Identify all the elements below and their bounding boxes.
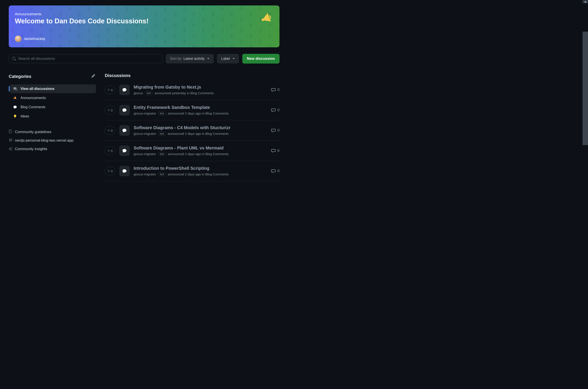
label-dropdown[interactable]: Label xyxy=(217,54,239,63)
category-item-ideas[interactable]: Ideas xyxy=(10,112,96,121)
bot-badge: bot xyxy=(158,111,166,115)
discussions-column: Discussions 0Migrating from Gatsby to Ne… xyxy=(105,73,279,181)
upvote-button[interactable]: 0 xyxy=(105,167,115,175)
edit-categories-button[interactable] xyxy=(90,73,96,80)
upvote-button[interactable]: 0 xyxy=(105,126,115,135)
category-badge xyxy=(119,146,130,156)
discussion-meta-text: announced 2 days ago in Blog Comments xyxy=(168,172,229,176)
discussion-meta: giscus-migratorbotannounced 2 days ago i… xyxy=(134,111,267,115)
discussion-meta-text: announced 2 days ago in Blog Comments xyxy=(168,152,229,156)
category-label: View all discussions xyxy=(21,87,54,91)
search-icon xyxy=(12,57,16,61)
upvote-button[interactable]: 0 xyxy=(105,106,115,115)
upvote-count: 0 xyxy=(111,108,113,112)
discussion-row: 0Migrating from Gatsby to Next.jsgiscusb… xyxy=(105,84,279,100)
discussion-author[interactable]: giscus xyxy=(134,91,143,95)
discussion-row: 0Software Diagrams - Plant UML vs Mermai… xyxy=(105,141,279,161)
comment-discussion-icon xyxy=(13,87,17,91)
category-badge xyxy=(119,85,130,95)
sort-prefix: Sort by: xyxy=(170,57,182,61)
bot-badge: bot xyxy=(158,172,166,176)
discussion-author[interactable]: giscus-migrator xyxy=(134,132,156,135)
upvote-count: 0 xyxy=(111,88,113,92)
author-name: danielmackay xyxy=(24,37,45,41)
bot-badge: bot xyxy=(158,152,166,156)
discussion-meta-text: announced 2 days ago in Blog Comments xyxy=(168,111,229,115)
category-label: Announcements xyxy=(21,96,46,100)
comment-count[interactable]: 6 xyxy=(271,149,279,153)
speech-icon xyxy=(13,105,17,109)
discussions-heading: Discussions xyxy=(105,73,279,78)
comment-count[interactable]: 0 xyxy=(271,108,279,112)
sidebar: Categories View all discussionsAnnouncem… xyxy=(9,73,96,181)
comment-count[interactable]: 0 xyxy=(271,169,279,173)
upvote-count: 0 xyxy=(111,169,113,173)
discussion-meta: giscus-migratorbotannounced 2 days ago i… xyxy=(134,172,267,176)
discussion-meta: giscusbotannounced yesterday in Blog Com… xyxy=(134,91,267,95)
discussion-row: 0Introduction to PowerShell Scriptinggis… xyxy=(105,161,279,181)
upvote-button[interactable]: 0 xyxy=(105,146,115,155)
discussion-row: 0Entity Framework Sandbox Templategiscus… xyxy=(105,100,279,120)
discussion-title[interactable]: Entity Framework Sandbox Template xyxy=(134,105,267,110)
checklist-icon xyxy=(9,129,13,134)
discussion-title[interactable]: Software Diagrams - Plant UML vs Mermaid xyxy=(134,146,267,151)
category-badge xyxy=(119,166,130,176)
discussion-meta-text: announced yesterday in Blog Comments xyxy=(155,91,214,95)
banner-author[interactable]: danielmackay xyxy=(15,35,273,42)
category-item-blog-comments[interactable]: Blog Comments xyxy=(10,103,96,111)
external-icon xyxy=(9,138,13,143)
banner-title[interactable]: Welcome to Dan Does Code Discussions! xyxy=(15,17,273,25)
megaphone-icon xyxy=(13,96,17,100)
graph-icon xyxy=(9,146,13,151)
bot-badge: bot xyxy=(158,131,166,136)
upvote-count: 0 xyxy=(111,149,113,153)
sidebar-link-community-guidelines[interactable]: Community guidelines xyxy=(9,128,96,136)
banner-category-label: Announcements xyxy=(15,12,273,16)
megaphone-icon xyxy=(260,12,273,26)
category-label: Ideas xyxy=(21,114,29,118)
sidebar-link-community-insights[interactable]: Community insights xyxy=(9,145,96,153)
comment-count[interactable]: 0 xyxy=(271,128,279,133)
chevron-down-icon xyxy=(207,58,209,59)
pencil-icon xyxy=(91,74,95,78)
sort-dropdown[interactable]: Sort by: Latest activity xyxy=(166,54,213,63)
discussion-title[interactable]: Software Diagrams - C4 Models with Stuct… xyxy=(134,125,267,130)
category-badge xyxy=(119,125,130,136)
chevron-down-icon xyxy=(233,58,235,59)
scrollbar-track[interactable] xyxy=(583,3,588,389)
discussion-author[interactable]: giscus-migrator xyxy=(134,152,156,156)
toolbar: Sort by: Latest activity Label New discu… xyxy=(9,54,279,64)
new-discussion-button[interactable]: New discussion xyxy=(242,54,279,64)
category-badge xyxy=(119,105,130,115)
scroll-up-button[interactable] xyxy=(583,0,588,3)
discussion-title[interactable]: Introduction to PowerShell Scripting xyxy=(134,166,267,171)
discussion-meta: giscus-migratorbotannounced 2 days ago i… xyxy=(134,152,267,156)
search-box[interactable] xyxy=(9,54,162,63)
categories-heading: Categories xyxy=(9,74,31,79)
sidebar-link-nextjs-personal-blog-two-vercel-app[interactable]: nextjs-personal-blog-two.vercel.app xyxy=(9,136,96,145)
comment-count[interactable]: 0 xyxy=(271,88,279,92)
discussion-author[interactable]: giscus-migrator xyxy=(134,111,156,115)
discussion-meta: giscus-migratorbotannounced 2 days ago i… xyxy=(134,131,267,136)
bot-badge: bot xyxy=(145,91,153,95)
avatar xyxy=(15,35,21,42)
scrollbar-thumb[interactable] xyxy=(583,32,588,145)
category-item-announcements[interactable]: Announcements xyxy=(10,94,96,102)
discussion-author[interactable]: giscus-migrator xyxy=(134,172,156,176)
bulb-icon xyxy=(13,114,17,119)
announcement-banner[interactable]: Announcements Welcome to Dan Does Code D… xyxy=(9,5,279,47)
upvote-button[interactable]: 0 xyxy=(105,86,115,94)
category-label: Blog Comments xyxy=(21,105,45,109)
upvote-count: 0 xyxy=(111,129,113,132)
label-text: Label xyxy=(221,57,230,61)
category-item-view-all-discussions[interactable]: View all discussions xyxy=(10,84,96,93)
discussion-row: 0Software Diagrams - C4 Models with Stuc… xyxy=(105,120,279,141)
sort-value: Latest activity xyxy=(183,57,205,61)
search-input[interactable] xyxy=(18,57,159,61)
discussion-meta-text: announced 2 days ago in Blog Comments xyxy=(168,132,229,135)
discussion-title[interactable]: Migrating from Gatsby to Next.js xyxy=(134,85,267,90)
